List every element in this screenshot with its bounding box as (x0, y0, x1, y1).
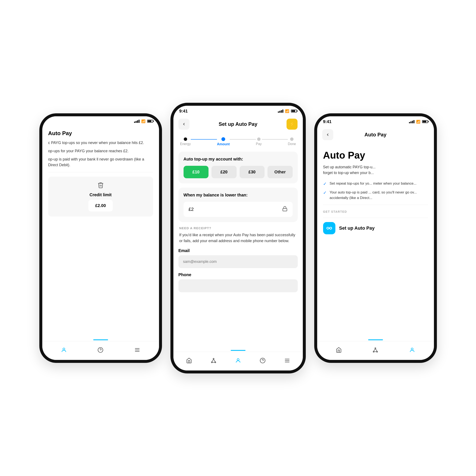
wifi-icon-center: 📶 (285, 109, 289, 113)
app-header-center: Set up Auto Pay ⚡ (173, 115, 303, 133)
phone-input[interactable] (178, 279, 298, 292)
step-dot-done (290, 137, 293, 141)
balance-display: £2 (184, 202, 293, 217)
svg-rect-6 (283, 208, 287, 211)
auto-pay-desc: Set up automatic PAYG top-u...forget to … (323, 164, 428, 176)
right-time: 9:41 (323, 119, 332, 124)
wifi-icon-right: 📶 (416, 120, 420, 124)
center-content: Auto top-up my account with: £10 £20 £30… (173, 148, 303, 350)
phone-right: 9:41 📶 (314, 113, 437, 363)
amount-btn-other[interactable]: Other (268, 166, 293, 178)
svg-line-10 (212, 359, 213, 362)
email-field-group: Email (178, 248, 298, 272)
credit-label: Credit limit (89, 192, 111, 197)
delete-icon (97, 182, 104, 190)
phones-container: 📶 Auto Pay c PAYG top-ups so you never w… (17, 103, 459, 374)
infinity-icon (323, 222, 335, 234)
nav-help-left[interactable] (96, 345, 105, 355)
phone-field-label: Phone (178, 272, 298, 277)
credit-value: £2.00 (88, 200, 113, 211)
divider-left (48, 172, 153, 172)
nav-account-left[interactable] (59, 345, 69, 355)
step-label-amount: Amount (217, 142, 230, 146)
phone-field-group: Phone (178, 272, 298, 296)
step-label-done: Done (288, 142, 296, 146)
step-pay: Pay (256, 137, 262, 146)
nav-indicator-right (368, 340, 383, 340)
setup-auto-pay-button[interactable]: Set up Auto Pay (323, 222, 375, 234)
svg-point-7 (213, 358, 214, 359)
balance-value: £2 (189, 207, 194, 212)
step-dot-pay (257, 137, 260, 141)
topup-card: Auto top-up my account with: £10 £20 £30… (178, 152, 298, 183)
nav-account-right[interactable] (407, 345, 417, 355)
step-dot-amount (221, 137, 225, 141)
email-field-label: Email (178, 248, 298, 253)
check-item-2: ✓ Your auto top-up is paid ... card, so … (323, 190, 428, 201)
step-label-pay: Pay (256, 142, 262, 146)
back-button-right[interactable] (322, 129, 333, 140)
bottom-nav-bar-right (317, 341, 434, 360)
back-button-center[interactable] (178, 119, 189, 130)
nav-network-right[interactable] (371, 345, 380, 355)
status-icons-left: 📶 (134, 119, 153, 123)
check-item-1: ✓ Set repeat top-ups for yo... meter whe… (323, 181, 428, 186)
header-title-center: Set up Auto Pay (219, 121, 257, 127)
svg-point-13 (237, 358, 239, 360)
check-icon-1: ✓ (323, 181, 327, 186)
progress-steps: Energy Amount Pay Done (173, 133, 303, 148)
left-content: Auto Pay c PAYG top-ups so you never whe… (42, 125, 159, 340)
nav-menu-center[interactable] (282, 356, 292, 365)
amount-btn-10[interactable]: £10 (184, 166, 209, 178)
amount-options: £10 £20 £30 Other (184, 166, 293, 178)
step-line-1 (191, 139, 217, 139)
status-bar-left: 📶 (42, 116, 159, 125)
bottom-nav-bar-center (173, 352, 303, 371)
step-label-energy: Energy (180, 142, 191, 146)
wifi-icon-left: 📶 (141, 119, 146, 123)
nav-menu-left[interactable] (132, 345, 142, 355)
left-body2: op-ups for your PAYG your balance reache… (48, 148, 153, 154)
phone-right-screen: 9:41 📶 (317, 116, 434, 360)
receipt-text: If you'd like a receipt when your Auto P… (179, 232, 297, 244)
nav-account-center[interactable] (233, 356, 243, 365)
svg-line-11 (214, 359, 215, 362)
check-icon-2: ✓ (323, 190, 327, 195)
balance-card-title: When my balance is lower than: (184, 193, 293, 198)
divider-right (323, 205, 428, 205)
email-input[interactable] (178, 255, 298, 268)
phone-center: 9:41 📶 (170, 103, 306, 374)
nav-home-center[interactable] (184, 356, 194, 365)
topup-card-title: Auto top-up my account with: (184, 157, 293, 162)
signal-icon-right (409, 120, 414, 123)
svg-line-23 (375, 349, 377, 351)
battery-icon-center (291, 110, 297, 113)
check-text-2: Your auto top-up is paid ... card, so yo… (330, 190, 428, 201)
amount-btn-20[interactable]: £20 (211, 166, 237, 178)
battery-icon-left (147, 120, 153, 123)
step-line-3 (262, 139, 288, 139)
bottom-nav-left (42, 340, 159, 360)
right-content: Auto Pay Set up automatic PAYG top-u...f… (317, 144, 434, 340)
step-energy: Energy (180, 137, 191, 146)
credit-section: Credit limit £2.00 (48, 177, 153, 217)
step-line-2 (230, 139, 256, 139)
nav-indicator-center (231, 350, 245, 351)
app-header-right: Auto Pay (317, 126, 434, 144)
svg-line-22 (374, 349, 375, 351)
amount-btn-30[interactable]: £30 (239, 166, 265, 178)
status-bar-center: 9:41 📶 (173, 106, 303, 115)
svg-point-25 (411, 348, 413, 350)
header-title-right: Auto Pay (364, 132, 386, 138)
nav-home-right[interactable] (334, 345, 344, 355)
status-icons-right: 📶 (409, 120, 428, 124)
left-page-title: Auto Pay (48, 130, 153, 136)
signal-icon-left (134, 120, 139, 123)
nav-help-center[interactable] (258, 356, 268, 365)
bottom-nav-bar-left (42, 341, 159, 360)
lightning-button[interactable]: ⚡ (287, 119, 298, 130)
nav-network-center[interactable] (209, 356, 219, 365)
svg-point-0 (63, 348, 65, 350)
check-text-1: Set repeat top-ups for yo... meter when … (330, 181, 417, 186)
auto-pay-heading: Auto Pay (323, 150, 428, 161)
